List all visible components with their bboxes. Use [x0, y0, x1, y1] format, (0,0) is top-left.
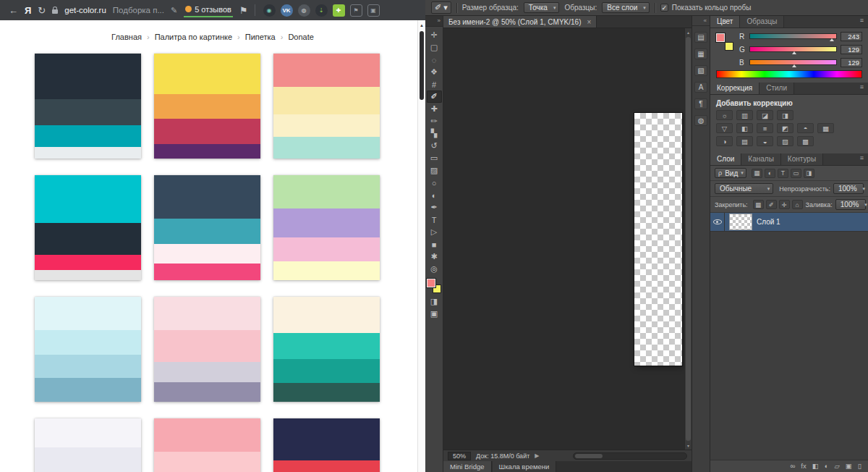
move-tool[interactable]: ✛ — [427, 29, 442, 41]
levels-icon[interactable]: ▥ — [736, 110, 753, 120]
tab-color[interactable]: Цвет — [710, 16, 740, 28]
extension-apps-icon[interactable]: ▣ — [367, 4, 380, 17]
link-layers-icon[interactable]: ∞ — [791, 463, 796, 470]
slider-thumb[interactable] — [830, 38, 834, 41]
bookmark-flag-icon[interactable]: ⚑ — [239, 6, 248, 15]
layer-style-icon[interactable]: fx — [801, 463, 806, 470]
extension-bookmark-icon[interactable]: ⚑ — [350, 4, 362, 17]
channel-slider[interactable] — [749, 59, 837, 65]
palette-card[interactable] — [35, 418, 141, 472]
filter-shape-layers-icon[interactable]: ▭ — [791, 169, 801, 178]
gradient-map-icon[interactable]: ▨ — [777, 136, 793, 146]
color-stripe[interactable] — [35, 418, 141, 447]
clone-stamp-tool[interactable]: ▚ — [427, 127, 442, 140]
lock-pixels-icon[interactable]: ✐ — [766, 200, 777, 209]
canvas-vscrollbar[interactable]: ▴ ▾ — [684, 28, 692, 450]
quick-selection-tool[interactable]: ❖ — [427, 66, 442, 78]
filter-adjustment-layers-icon[interactable]: ◐ — [765, 169, 775, 178]
channel-value[interactable]: 129 — [841, 58, 862, 67]
palette-card[interactable] — [35, 297, 141, 402]
color-stripe[interactable] — [154, 297, 260, 330]
visibility-toggle[interactable] — [710, 213, 725, 231]
color-stripe[interactable] — [273, 297, 380, 333]
tab-timeline[interactable]: Шкала времени — [493, 461, 557, 472]
scrollbar-thumb[interactable] — [420, 31, 424, 100]
dodge-tool[interactable]: ◐ — [427, 189, 442, 201]
breadcrumb-link[interactable]: Donate — [288, 33, 313, 41]
delete-layer-icon[interactable]: ▯ — [858, 463, 861, 470]
color-stripe[interactable] — [273, 261, 380, 280]
add-layer-mask-icon[interactable]: ◧ — [812, 463, 819, 470]
opacity-dropdown[interactable]: 100% ▾ — [833, 183, 864, 194]
palette-card[interactable] — [154, 418, 260, 472]
tab-close-icon[interactable]: × — [587, 18, 591, 26]
slider-thumb[interactable] — [792, 51, 796, 54]
color-balance-icon[interactable]: ≡ — [757, 123, 773, 133]
color-stripe[interactable] — [35, 255, 141, 270]
blur-tool[interactable]: ○ — [427, 177, 442, 189]
color-stripe[interactable] — [35, 99, 141, 125]
extension-browser-icon[interactable]: ◉ — [263, 4, 276, 17]
foreground-color-swatch[interactable] — [427, 279, 435, 287]
color-stripe[interactable] — [154, 264, 260, 280]
dock-collapse-icon[interactable]: « — [692, 17, 710, 26]
curves-icon[interactable]: ◪ — [757, 110, 773, 120]
lock-position-icon[interactable]: ✛ — [779, 200, 790, 209]
palette-card[interactable] — [273, 418, 380, 472]
refresh-button[interactable]: ↻ — [38, 6, 46, 15]
color-spectrum-bar[interactable] — [716, 70, 862, 78]
channel-mixer-icon[interactable]: ▦ — [817, 123, 834, 133]
scroll-up-icon[interactable]: ▴ — [685, 30, 692, 35]
info-panel-icon[interactable]: ▧ — [694, 65, 707, 76]
brightness-contrast-icon[interactable]: ☼ — [716, 110, 733, 120]
color-stripe[interactable] — [35, 297, 141, 330]
new-adjustment-layer-icon[interactable]: ◐ — [825, 463, 829, 470]
layer-row[interactable]: Слой 1 — [710, 213, 868, 232]
posterize-icon[interactable]: ▤ — [736, 136, 753, 146]
tab-swatches[interactable]: Образцы — [740, 16, 784, 28]
palette-card[interactable] — [273, 54, 380, 159]
color-stripe[interactable] — [154, 54, 260, 94]
zoom-level[interactable]: 50% — [448, 452, 471, 460]
edit-url-icon[interactable]: ✎ — [171, 7, 177, 14]
eyedropper-tool[interactable]: ✐ — [427, 90, 442, 103]
color-stripe[interactable] — [35, 330, 141, 355]
hand-tool[interactable]: ✱ — [427, 250, 442, 263]
channel-value[interactable]: 129 — [841, 45, 862, 54]
vscrollbar-thumb[interactable] — [686, 37, 691, 441]
color-stripe[interactable] — [273, 137, 380, 159]
document-tab[interactable]: Без имени-2 @ 50% (Слой 1, CMYK/16) × — [443, 16, 597, 28]
tab-adjustments[interactable]: Коррекция — [710, 83, 760, 94]
browser-scrollbar[interactable]: ▲ — [417, 20, 425, 472]
eyedropper-preset-button[interactable]: ✐ ▾ — [431, 1, 451, 14]
palette-card[interactable] — [154, 175, 260, 280]
channel-slider[interactable] — [749, 46, 837, 52]
tab-layers[interactable]: Слои — [710, 153, 741, 165]
palette-card[interactable] — [154, 54, 260, 159]
pen-tool[interactable]: ✒ — [427, 201, 442, 214]
back-button[interactable]: ← — [9, 6, 18, 15]
show-ring-checkbox[interactable]: ✓ Показать кольцо пробы — [660, 4, 752, 12]
scroll-up-icon[interactable]: ▲ — [418, 20, 425, 28]
crop-tool[interactable]: # — [427, 78, 442, 90]
color-stripe[interactable] — [273, 460, 380, 472]
url-text[interactable]: get-color.ru — [64, 6, 106, 14]
rectangle-tool[interactable]: ■ — [427, 238, 442, 250]
hscrollbar-thumb[interactable] — [575, 454, 603, 458]
color-stripe[interactable] — [273, 418, 380, 460]
lasso-tool[interactable]: ◌ — [427, 54, 442, 66]
lock-transparency-icon[interactable]: ▦ — [753, 200, 764, 209]
selective-color-icon[interactable]: ▩ — [797, 136, 814, 146]
status-arrow-icon[interactable]: ▶ — [535, 452, 539, 459]
color-stripe[interactable] — [273, 87, 380, 114]
paragraph-panel-icon[interactable]: ¶ — [694, 98, 707, 109]
type-tool[interactable]: T — [427, 214, 442, 226]
color-stripe[interactable] — [154, 219, 260, 244]
canvas-area[interactable]: ▴ ▾ — [443, 28, 692, 450]
color-stripe[interactable] — [273, 383, 380, 402]
character-panel-icon[interactable]: A — [694, 82, 707, 93]
color-stripe[interactable] — [154, 382, 260, 402]
palette-card[interactable] — [35, 54, 141, 159]
filter-pixel-layers-icon[interactable]: ▦ — [752, 169, 762, 178]
zoom-tool[interactable]: ◎ — [427, 263, 442, 275]
